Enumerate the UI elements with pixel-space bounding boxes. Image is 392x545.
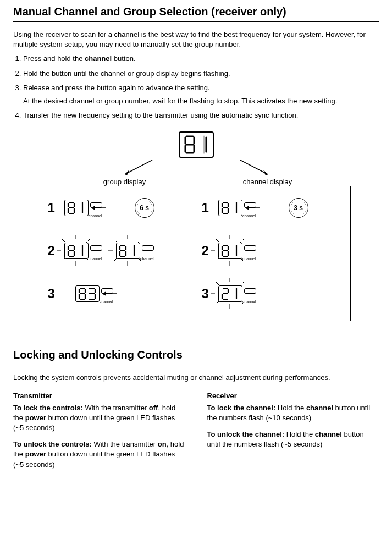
seven-segment-icon	[184, 135, 208, 155]
flashing-display: channel	[64, 243, 89, 259]
channel-column: 1 channel 3 s 2 channel	[196, 186, 350, 321]
button-icon	[244, 202, 256, 208]
right-step-1: 1	[202, 200, 218, 216]
lock-columns: Transmitter To lock the controls: With t…	[13, 391, 379, 476]
seven-segment-icon	[119, 244, 137, 257]
steps-list: Press and hold the channel button. Hold …	[13, 54, 379, 120]
label-channel-display: channel display	[196, 178, 339, 186]
button-icon	[90, 202, 102, 208]
left-step-1: 1	[48, 200, 64, 216]
left-step-2: 2	[48, 243, 64, 258]
button-icon	[101, 288, 113, 294]
diverge-arrows	[119, 160, 273, 177]
receiver-unlock: To unlock the channel: Hold the channel …	[207, 430, 379, 449]
step-4: Transfer the new frequency setting to th…	[23, 111, 379, 120]
clock-icon: 3 s	[289, 198, 308, 218]
seven-segment-icon	[67, 244, 86, 257]
receiver-heading: Receiver	[207, 391, 379, 401]
button-icon	[90, 245, 102, 251]
flashing-display: channel	[116, 243, 140, 259]
transmitter-heading: Transmitter	[13, 391, 185, 401]
seven-segment-icon	[78, 287, 97, 300]
button-icon	[244, 245, 256, 251]
top-display	[179, 131, 214, 158]
mini-display: channel	[218, 200, 242, 216]
receiver-lock: To lock the channel: Hold the channel bu…	[207, 403, 379, 423]
group-column: 1 channel 6 s 2	[42, 186, 196, 321]
step-3: Release and press the button again to ad…	[23, 83, 379, 106]
transmitter-unlock: To unlock the controls: With the transmi…	[13, 439, 185, 470]
seven-segment-icon	[221, 244, 240, 257]
flashing-display: channel	[218, 285, 242, 302]
rule	[13, 365, 379, 365]
rule	[13, 21, 379, 22]
step-2: Hold the button until the channel or gro…	[23, 69, 379, 79]
receiver-column: Receiver To lock the channel: Hold the c…	[207, 391, 379, 476]
section2-intro: Locking the system controls prevents acc…	[13, 373, 379, 383]
right-step-2: 2	[202, 243, 218, 258]
seven-segment-icon	[221, 287, 240, 300]
mini-display: channel	[75, 285, 100, 302]
label-group-display: group display	[53, 178, 196, 186]
diagram: group display channel display 1 channel	[13, 131, 379, 321]
diagram-labels: group display channel display	[53, 178, 339, 186]
section2-title: Locking and Unlocking Controls	[13, 349, 379, 361]
section1-title: Manual Channel and Group Selection (rece…	[13, 5, 379, 18]
clock-icon: 6 s	[135, 198, 154, 218]
svg-line-0	[125, 160, 152, 174]
step-3-note: At the desired channel or group number, …	[23, 96, 379, 106]
svg-line-2	[240, 160, 268, 174]
button-icon	[142, 245, 154, 251]
transmitter-column: Transmitter To lock the controls: With t…	[13, 391, 185, 476]
left-step-3: 3	[48, 286, 64, 301]
sub-label: channel	[89, 214, 102, 218]
transmitter-lock: To lock the controls: With the transmitt…	[13, 403, 185, 433]
flashing-display: channel	[218, 243, 242, 259]
section1-intro: Using the receiver to scan for a channel…	[13, 30, 379, 49]
button-icon	[244, 288, 256, 294]
seven-segment-icon	[67, 201, 86, 214]
step-1: Press and hold the channel button.	[23, 54, 379, 64]
mini-display: channel	[64, 200, 89, 216]
seven-segment-icon	[221, 201, 240, 214]
diagram-box: 1 channel 6 s 2	[42, 186, 351, 321]
right-step-3: 3	[202, 286, 218, 301]
